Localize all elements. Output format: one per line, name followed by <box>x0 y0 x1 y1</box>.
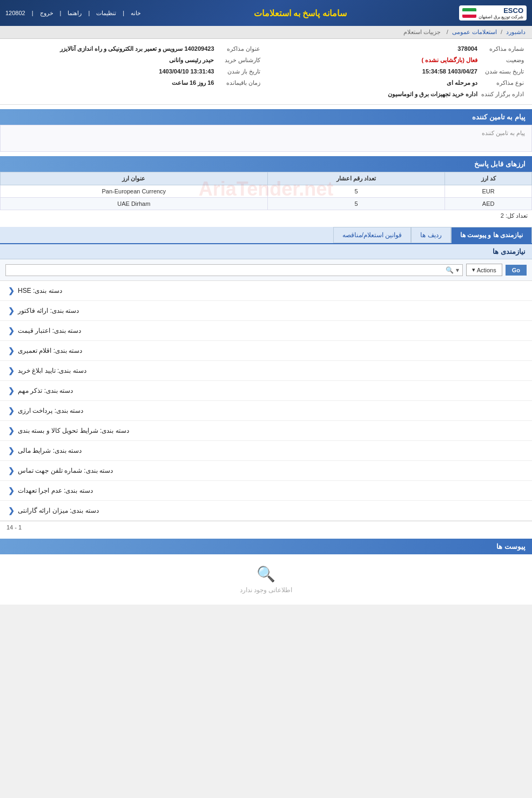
actions-dropdown-icon: ▾ <box>472 266 475 273</box>
chevron-right-icon: ❮ <box>8 326 15 335</box>
nav-user[interactable]: 120802 <box>5 10 25 16</box>
reference-row: شماره مذاکره 378004 <box>272 45 524 52</box>
open-date-label: تاریخ باز شدن <box>218 68 261 75</box>
category-label: دسته بندی: HSE <box>18 287 62 294</box>
expert-value: حیدر رئیسی وانانی <box>8 57 214 64</box>
go-button[interactable]: Go <box>506 265 527 276</box>
expert-row: کارشناس خرید حیدر رئیسی وانانی <box>8 57 261 64</box>
nav-settings[interactable]: تنظیمات <box>96 10 116 17</box>
close-date-value: 1403/04/27 15:34:58 <box>272 68 478 75</box>
chevron-right-icon: ❮ <box>8 286 15 295</box>
type-row: نوع مذاکره دو مرحله ای <box>272 79 524 86</box>
chevron-right-icon: ❮ <box>8 406 15 415</box>
needs-toolbar: ▾ 🔍 Actions ▾ Go <box>0 259 532 281</box>
breadcrumb-current: جزییات استعلام <box>403 29 441 35</box>
type-label: نوع مذاکره <box>481 79 524 86</box>
logo-sub: شرکت توزیع برق اصفهان <box>479 15 523 19</box>
organizer-value: اداره خرید تجهیزات برق و اتوماسیون <box>272 91 478 98</box>
category-item[interactable]: دسته بندی: شرایط مالی ❮ <box>0 441 532 461</box>
close-date-label: تاریخ بسته شدن <box>481 68 524 75</box>
category-item[interactable]: دسته بندی: شرایط تحویل کالا و بسته بندی … <box>0 421 532 441</box>
logo-text: ESCO <box>479 6 523 15</box>
currency-name: UAE Dirham <box>1 198 268 210</box>
tabs-section: نیازمندی ها و پیوست هاردیف هاقوانین استع… <box>0 227 532 244</box>
chevron-right-icon: ❮ <box>8 306 15 315</box>
nav-separator4: | <box>32 10 33 16</box>
header-nav: خانه | تنظیمات | راهنما | خروج | 120802 <box>5 10 141 17</box>
reference-label: شماره مذاکره <box>481 45 524 52</box>
header-title: سامانه پاسخ به استعلامات <box>141 8 459 18</box>
currency-col-code: کد ارز <box>445 172 532 185</box>
organizer-row: اداره برگزار کننده اداره خرید تجهیزات بر… <box>272 91 524 98</box>
title-label: عنوان مذاکره <box>218 45 261 52</box>
category-item[interactable]: دسته بندی: عدم اجرا تعهدات ❮ <box>0 481 532 501</box>
attachments-header: پیوست ها <box>0 539 532 554</box>
category-label: دسته بندی: تذکر مهم <box>18 387 73 394</box>
breadcrumb: داشبورد / استعلامات عمومی / جزییات استعل… <box>0 26 532 39</box>
search-dropdown-icon: ▾ <box>456 266 459 274</box>
chevron-right-icon: ❮ <box>8 486 15 495</box>
breadcrumb-sep2: / <box>447 29 448 35</box>
status-row: وضعیت فعال (بازگشایی نشده ) <box>272 57 524 64</box>
pagination-info: 1 - 14 <box>0 521 532 533</box>
currency-table: کد ارز تعداد رقم اعشار عنوان ارز EUR 5 P… <box>0 172 532 210</box>
category-item[interactable]: دسته بندی: میزان ارائه گارانتی ❮ <box>0 501 532 521</box>
breadcrumb-sep1: / <box>501 29 502 35</box>
category-label: دسته بندی: میزان ارائه گارانتی <box>18 507 99 514</box>
open-date-row: تاریخ باز شدن 13:31:43 1403/04/10 <box>8 68 261 75</box>
info-section: شماره مذاکره 378004 عنوان مذاکره 1402094… <box>0 39 532 105</box>
category-item[interactable]: دسته بندی: HSE ❮ <box>0 281 532 301</box>
tab-rows[interactable]: ردیف ها <box>411 227 450 243</box>
status-value: فعال (بازگشایی نشده ) <box>272 57 478 64</box>
category-label: دسته بندی: تایید ابلاغ خرید <box>18 367 86 374</box>
nav-exit[interactable]: خروج <box>40 10 53 17</box>
category-item[interactable]: دسته بندی: اعتبار قیمت ❮ <box>0 321 532 341</box>
status-label: وضعیت <box>481 57 524 64</box>
category-item[interactable]: دسته بندی: تذکر مهم ❮ <box>0 381 532 401</box>
category-item[interactable]: دسته بندی: شماره تلفن جهت تماس ❮ <box>0 461 532 481</box>
no-data-icon: 🔍 <box>11 565 521 583</box>
currency-section: AriaTender.net ارزهای قابل پاسخ کد ارز ت… <box>0 156 532 222</box>
nav-separator3: | <box>60 10 62 16</box>
category-label: دسته بندی: اقلام تعمیری <box>18 347 82 354</box>
nav-home[interactable]: خانه <box>131 10 141 17</box>
category-item[interactable]: دسته بندی: ارائه فاکتور ❮ <box>0 301 532 321</box>
tab-laws[interactable]: قوانین استعلام/مناقصه <box>333 227 412 243</box>
flag-icon <box>462 8 476 18</box>
supplier-message-section: پیام به تامین کننده پیام به تامین کننده <box>0 109 532 152</box>
nav-guide[interactable]: راهنما <box>68 10 82 17</box>
close-date-row: تاریخ بسته شدن 1403/04/27 15:34:58 <box>272 68 524 75</box>
expert-label: کارشناس خرید <box>218 57 261 64</box>
category-item[interactable]: دسته بندی: تایید ابلاغ خرید ❮ <box>0 361 532 381</box>
category-item[interactable]: دسته بندی: پرداخت ارزی ❮ <box>0 401 532 421</box>
tab-needs[interactable]: نیازمندی ها و پیوست ها <box>451 227 532 243</box>
needs-section: نیازمندی ها ▾ 🔍 Actions ▾ Go دسته بندی: … <box>0 244 532 533</box>
nav-separator2: | <box>88 10 90 16</box>
category-label: دسته بندی: پرداخت ارزی <box>18 407 83 414</box>
count-value: 2 <box>501 212 504 219</box>
chevron-right-icon: ❮ <box>8 466 15 475</box>
category-label: دسته بندی: عدم اجرا تعهدات <box>18 487 93 494</box>
actions-button[interactable]: Actions ▾ <box>466 264 502 276</box>
count-label: تعداد کل: <box>506 212 528 219</box>
currency-col-decimal: تعداد رقم اعشار <box>267 172 445 185</box>
breadcrumb-dashboard[interactable]: داشبورد <box>506 29 526 35</box>
category-item[interactable]: دسته بندی: اقلام تعمیری ❮ <box>0 341 532 361</box>
open-date-value: 13:31:43 1403/04/10 <box>8 68 214 75</box>
search-icon: 🔍 <box>446 266 454 274</box>
category-label: دسته بندی: شرایط تحویل کالا و بسته بندی <box>18 427 129 434</box>
chevron-right-icon: ❮ <box>8 446 15 455</box>
breadcrumb-inquiries[interactable]: استعلامات عمومی <box>452 29 497 35</box>
logo: ESCO شرکت توزیع برق اصفهان <box>459 5 527 21</box>
category-label: دسته بندی: اعتبار قیمت <box>18 327 81 334</box>
supplier-message-text: پیام به تامین کننده <box>482 130 525 136</box>
currency-row: AED 5 UAE Dirham <box>1 198 532 210</box>
chevron-right-icon: ❮ <box>8 366 15 375</box>
supplier-message-content: پیام به تامین کننده <box>0 125 532 152</box>
main-content: شماره مذاکره 378004 عنوان مذاکره 1402094… <box>0 39 532 605</box>
nav-separator: | <box>123 10 124 16</box>
tabs-bar: نیازمندی ها و پیوست هاردیف هاقوانین استع… <box>0 227 532 244</box>
title-value: 140209423 سرویس و تعمیر برد الکترونیکی و… <box>8 45 214 52</box>
category-label: دسته بندی: ارائه فاکتور <box>18 307 79 314</box>
category-list: دسته بندی: HSE ❮دسته بندی: ارائه فاکتور … <box>0 281 532 521</box>
